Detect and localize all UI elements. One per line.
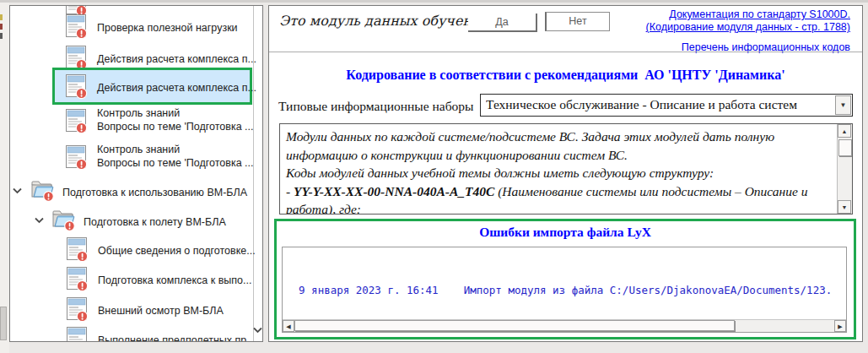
chevron-down-icon: ▼ bbox=[840, 101, 847, 109]
combobox-dropdown-button[interactable]: ▼ bbox=[835, 95, 851, 115]
document-icon bbox=[66, 326, 89, 342]
exclamation-badge-icon bbox=[77, 251, 87, 261]
no-button[interactable]: Нет bbox=[545, 12, 610, 31]
app-window: Проверка полезной нагрузки Действия расч… bbox=[0, 0, 868, 353]
tree-folder-label: Подготовка к полету ВМ-БЛА bbox=[84, 215, 226, 231]
import-log[interactable]: 9 января 2023 г. 16:41 Импорт модуля из … bbox=[282, 247, 847, 333]
arrow-right-icon: ▶ bbox=[838, 323, 842, 329]
arrow-down-icon: ▼ bbox=[842, 204, 848, 210]
scroll-up-button[interactable]: ▲ bbox=[838, 124, 851, 138]
document-icon bbox=[65, 108, 88, 134]
exclamation-badge-icon bbox=[76, 159, 86, 169]
document-icon bbox=[66, 236, 89, 263]
tree-folder[interactable]: Подготовка к использованию ВМ-БЛА bbox=[12, 179, 247, 202]
coding-heading: Кодирование в соответствии с рекомендаци… bbox=[269, 68, 862, 83]
left-cutoff-column bbox=[0, 3, 9, 353]
tree-item[interactable]: Контроль знаний Вопросы по теме 'Подгото… bbox=[65, 108, 254, 134]
lyx-import-errors-section: Ошибки импорта файла LyX 9 января 2023 г… bbox=[274, 219, 856, 339]
module-editor-panel: Это модуль данных обучения? Да Нет Докум… bbox=[268, 5, 863, 342]
info-set-description-text: Модули данных по каждой системе/подсисте… bbox=[286, 128, 833, 215]
arrow-left-icon: ◀ bbox=[286, 323, 290, 329]
yes-button[interactable]: Да bbox=[468, 14, 537, 32]
log-horizontal-scrollbar[interactable]: ◀ ▶ bbox=[283, 319, 846, 332]
tree-item-label: Подготовка комплекса к выпо... bbox=[98, 274, 251, 292]
info-set-description-textarea[interactable]: Модули данных по каждой системе/подсисте… bbox=[279, 123, 853, 215]
tree-item-label: Выполнение предполетных пр... bbox=[98, 334, 256, 342]
arrow-up-icon: ▲ bbox=[842, 128, 848, 134]
document-icon bbox=[66, 266, 89, 292]
cutoff-icon bbox=[0, 33, 3, 39]
help-links: Документация по стандарту S1000D. (Кодир… bbox=[646, 8, 850, 54]
exclamation-badge-icon bbox=[76, 122, 86, 133]
info-sets-value: Техническое обслуживание - Описание и ра… bbox=[486, 97, 833, 112]
tree-folder-label: Подготовка к использованию ВМ-БЛА bbox=[62, 186, 247, 202]
chevron-down-icon[interactable] bbox=[252, 326, 263, 334]
scroll-down-button[interactable]: ▼ bbox=[838, 200, 851, 214]
tree-item[interactable]: Проверка полезной нагрузки bbox=[65, 14, 238, 40]
tree-item-label: Контроль знаний Вопросы по теме 'Подгото… bbox=[97, 106, 254, 134]
scroll-right-button[interactable]: ▶ bbox=[834, 320, 846, 332]
tree-item-label: Общие сведения о подготовке... bbox=[98, 244, 256, 263]
scroll-left-button[interactable]: ◀ bbox=[283, 320, 294, 332]
folder-icon bbox=[30, 179, 55, 202]
chevron-down-icon[interactable] bbox=[34, 216, 45, 225]
chevron-down-icon[interactable] bbox=[12, 187, 23, 195]
s1000d-doc-link[interactable]: Документация по стандарту S1000D. (Кодир… bbox=[646, 8, 850, 34]
cutoff-icon bbox=[0, 14, 3, 20]
info-sets-label: Типовые информационные наборы bbox=[278, 99, 473, 114]
scrollbar-thumb[interactable] bbox=[294, 320, 735, 331]
document-icon bbox=[65, 144, 88, 171]
tree-item-label: Проверка полезной нагрузки bbox=[97, 21, 238, 40]
exclamation-badge-icon bbox=[76, 88, 86, 98]
info-sets-combobox[interactable]: Техническое обслуживание - Описание и ра… bbox=[480, 94, 853, 117]
tree-item[interactable]: Подготовка комплекса к выпо... bbox=[66, 266, 251, 292]
header-divider bbox=[269, 52, 862, 52]
exclamation-badge-icon bbox=[77, 280, 87, 291]
lyx-errors-title: Ошибки импорта файла LyX bbox=[277, 225, 854, 240]
textarea-scrollbar[interactable]: ▲ ▼ bbox=[837, 124, 852, 214]
tree-scroll-down-chevron[interactable] bbox=[252, 326, 262, 336]
tree-item[interactable]: Контроль знаний Вопросы по теме 'Подгото… bbox=[65, 144, 254, 171]
tree-item-label: Действия расчета комплекса п... bbox=[97, 81, 256, 100]
tree-item[interactable]: Внешний осмотр ВМ-БЛА bbox=[66, 296, 224, 323]
folder-icon bbox=[51, 209, 76, 231]
exclamation-badge-icon bbox=[44, 192, 54, 202]
exclamation-badge-icon bbox=[76, 28, 86, 38]
tree-item[interactable]: Выполнение предполетных пр... bbox=[66, 326, 256, 342]
left-scrollbar-thumb[interactable] bbox=[0, 307, 7, 340]
tree-item-selected[interactable]: Действия расчета комплекса п... bbox=[52, 68, 252, 105]
exclamation-badge-icon bbox=[77, 311, 87, 321]
module-tree-panel: Проверка полезной нагрузки Действия расч… bbox=[9, 5, 263, 342]
tree-item-label: Контроль знаний Вопросы по теме 'Подгото… bbox=[97, 143, 254, 171]
tree-item-label: Внешний осмотр ВМ-БЛА bbox=[98, 304, 224, 323]
exclamation-badge-icon bbox=[65, 221, 75, 231]
document-icon bbox=[65, 14, 88, 40]
scrollbar-thumb[interactable] bbox=[838, 139, 852, 156]
training-module-question: Это модуль данных обучения? bbox=[279, 13, 496, 29]
log-line-info: 9 января 2023 г. 16:41 Импорт модуля из … bbox=[286, 283, 832, 298]
cutoff-icon bbox=[0, 24, 3, 30]
tree-folder[interactable]: Подготовка к полету ВМ-БЛА bbox=[34, 209, 226, 231]
tree-item[interactable]: Общие сведения о подготовке... bbox=[66, 236, 256, 263]
document-icon bbox=[65, 73, 88, 100]
document-icon bbox=[66, 296, 89, 323]
